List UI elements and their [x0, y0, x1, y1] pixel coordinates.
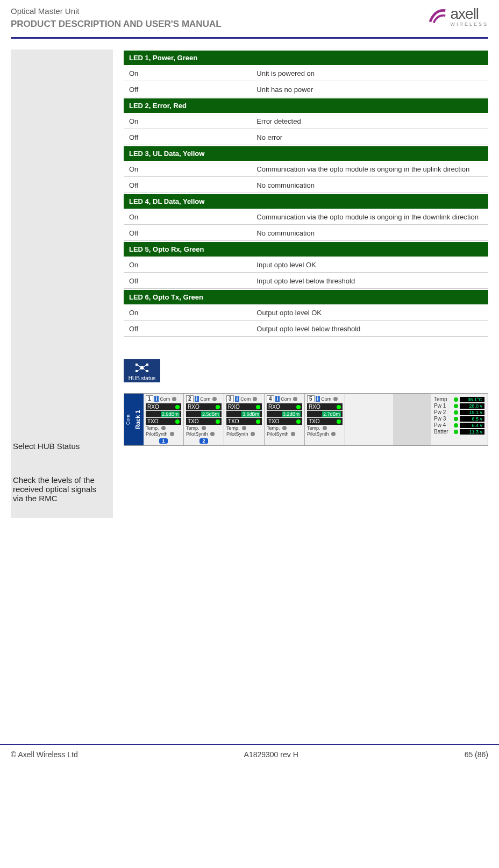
- status-label: Pw 2: [434, 409, 453, 415]
- svg-line-7: [138, 368, 140, 371]
- com-led-icon: [172, 397, 176, 401]
- svg-rect-2: [146, 364, 148, 366]
- pilot-row: PilotSynth: [267, 431, 302, 437]
- status-led-icon: [454, 430, 458, 434]
- com-led-icon: [293, 397, 297, 401]
- doc-title: Optical Master Unit: [11, 6, 222, 16]
- brand-logo: axell WIRELESS: [427, 6, 488, 27]
- com-label: Com: [321, 396, 331, 402]
- rx-value-row: 2.9dBm: [146, 411, 181, 417]
- rx-value: 3.6dBm: [241, 411, 260, 417]
- led6-header: LED 6, Opto Tx, Green: [124, 290, 488, 304]
- step-select-hub: Select HUB Status: [11, 439, 108, 453]
- rmc-panel: Com Rack 1 1 i Com RXO 2.9dBm TXO Temp. …: [124, 393, 488, 446]
- led5-off-state: Off: [124, 274, 251, 289]
- info-icon[interactable]: i: [154, 396, 159, 402]
- status-value: 6.4 v: [460, 423, 484, 428]
- status-label: Pw 4: [434, 422, 453, 428]
- slot-number: 3: [226, 395, 234, 402]
- status-value: 6.5 v: [460, 416, 484, 422]
- footer-revision: A1829300 rev H: [244, 750, 298, 759]
- led2-on-state: On: [124, 114, 251, 129]
- svg-rect-0: [140, 366, 144, 369]
- temp-row: Temp.: [146, 425, 181, 431]
- rx-value: 2.7dBm: [322, 411, 341, 417]
- status-value: 28.0 v: [460, 403, 484, 409]
- rmc-status-panel: Temp36.1°CPw 128.0 vPw 215.1 vPw 36.5 vP…: [431, 394, 488, 445]
- slot-number: 2: [186, 395, 194, 402]
- rmc-slot-4: 4 i Com RXO 3.2dBm TXO Temp. PilotSynth: [265, 394, 305, 445]
- tx-row: TXO: [186, 418, 222, 425]
- led3-off-state: Off: [124, 178, 251, 193]
- com-led-icon: [253, 397, 257, 401]
- info-icon[interactable]: i: [195, 396, 199, 402]
- led5-header: LED 5, Opto Rx, Green: [124, 242, 488, 257]
- led4-off-desc: No communication: [251, 226, 488, 241]
- page-header: Optical Master Unit PRODUCT DESCRIPTION …: [0, 0, 499, 35]
- status-label: Pw 3: [434, 416, 453, 422]
- footer-copyright: © Axell Wireless Ltd: [11, 750, 78, 759]
- led1-header: LED 1, Power, Green: [124, 51, 488, 65]
- led6-off-desc: Output opto level below threshold: [251, 322, 488, 337]
- com-label: Com: [200, 396, 210, 402]
- status-led-icon: [454, 397, 458, 402]
- led4-on-state: On: [124, 210, 251, 225]
- led3-on-desc: Communication via the opto module is ong…: [251, 162, 488, 177]
- left-sidebar: Select HUB Status Check the levels of th…: [11, 49, 113, 518]
- status-led-icon: [454, 410, 458, 415]
- rx-value-row: 3.2dBm: [267, 411, 302, 417]
- rmc-slot-1: 1 i Com RXO 2.9dBm TXO Temp. PilotSynth …: [144, 394, 184, 445]
- led1-off-state: Off: [124, 82, 251, 97]
- rmc-slot-5: 5 i Com RXO 2.7dBm TXO Temp. PilotSynth: [305, 394, 345, 445]
- pilot-row: PilotSynth: [186, 431, 222, 437]
- rx-value: 2.5dBm: [201, 411, 220, 417]
- status-row-batter: Batter11.3 v: [434, 429, 484, 435]
- temp-row: Temp.: [307, 425, 343, 431]
- svg-line-6: [144, 365, 146, 367]
- status-row-pw3: Pw 36.5 v: [434, 416, 484, 422]
- led2-header: LED 2, Error, Red: [124, 98, 488, 113]
- status-label: Batter: [434, 429, 453, 435]
- status-value: 36.1°C: [460, 397, 484, 402]
- rx-row: RXO: [186, 403, 222, 410]
- slot-badge[interactable]: 2: [199, 438, 208, 444]
- slot-badge[interactable]: 1: [159, 438, 167, 444]
- rx-row: RXO: [267, 403, 302, 410]
- footer-page: 65 (86): [465, 750, 488, 759]
- led2-on-desc: Error detected: [251, 114, 488, 129]
- status-row-pw4: Pw 46.4 v: [434, 422, 484, 428]
- rx-row: RXO: [307, 403, 343, 410]
- hub-network-icon: [128, 362, 156, 373]
- empty-slot: [393, 394, 431, 445]
- info-icon[interactable]: i: [235, 396, 240, 402]
- pilot-row: PilotSynth: [307, 431, 343, 437]
- led1-on-state: On: [124, 66, 251, 81]
- rx-value-row: 2.5dBm: [186, 411, 222, 417]
- rx-value: 2.9dBm: [161, 411, 180, 417]
- svg-line-5: [138, 365, 140, 367]
- page-footer: © Axell Wireless Ltd A1829300 rev H 65 (…: [0, 744, 499, 764]
- led6-off-state: Off: [124, 322, 251, 337]
- com-sidebar: Com: [124, 394, 132, 445]
- svg-rect-4: [146, 370, 148, 372]
- info-icon[interactable]: i: [316, 396, 320, 402]
- pilot-row: PilotSynth: [226, 431, 262, 437]
- status-led-icon: [454, 404, 458, 408]
- status-value: 11.3 v: [460, 429, 484, 435]
- rmc-slot-2: 2 i Com RXO 2.5dBm TXO Temp. PilotSynth …: [184, 394, 224, 445]
- info-icon[interactable]: i: [275, 396, 280, 402]
- slot-number: 4: [267, 395, 274, 402]
- svg-rect-3: [136, 370, 138, 372]
- led6-on-desc: Output opto level OK: [251, 305, 488, 321]
- status-led-icon: [454, 417, 458, 421]
- com-label: Com: [240, 396, 251, 402]
- rmc-slot-3: 3 i Com RXO 3.6dBm TXO Temp. PilotSynth: [224, 394, 265, 445]
- slot-number: 1: [146, 395, 153, 402]
- status-row-pw2: Pw 215.1 v: [434, 409, 484, 415]
- rx-value-row: 2.7dBm: [307, 411, 343, 417]
- tx-row: TXO: [267, 418, 302, 425]
- hub-status-button[interactable]: HUB status: [124, 359, 160, 382]
- logo-sub-text: WIRELESS: [450, 22, 488, 27]
- led2-off-desc: No error: [251, 130, 488, 145]
- led3-off-desc: No communication: [251, 178, 488, 193]
